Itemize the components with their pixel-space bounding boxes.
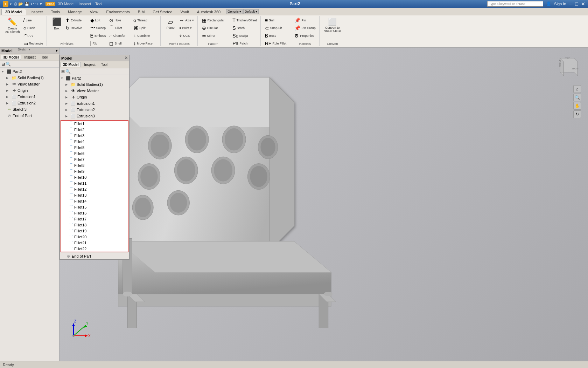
box-button[interactable]: ⬛ Box	[50, 17, 64, 32]
tree-item-solid-bodies[interactable]: ▶ 📁 Solid Bodies(1)	[1, 75, 58, 81]
point-button[interactable]: • Point ▾	[178, 25, 195, 32]
left-tab-inspect[interactable]: Inspect	[22, 55, 38, 60]
orbit-icon[interactable]: ↻	[573, 110, 581, 118]
tab-manage[interactable]: Manage	[64, 9, 86, 15]
rectangle-button[interactable]: ▭ Rectangle	[22, 40, 45, 47]
minimize-btn[interactable]: ─	[569, 1, 573, 7]
emboss-button[interactable]: E Emboss	[89, 32, 107, 39]
fillet-item-9[interactable]: ⌒ Fillet9	[61, 168, 128, 174]
fillet-item-18[interactable]: ⌒ Fillet18	[61, 222, 128, 228]
ribbon-tab-label-tool[interactable]: Tool	[95, 2, 102, 6]
menu-file[interactable]: ▾	[10, 2, 12, 6]
tab-autodesk360[interactable]: Autodesk 360	[193, 9, 224, 15]
fillet-item-6[interactable]: ⌒ Fillet6	[61, 150, 128, 156]
pin-button[interactable]: 📌 Pin	[293, 17, 317, 24]
fillet-item-12[interactable]: ⌒ Fillet12	[61, 186, 128, 192]
fp-tree-item-origin[interactable]: ▶ ✛ Origin	[60, 94, 129, 100]
floating-tab-inspect[interactable]: Inspect	[82, 62, 98, 67]
qa-open[interactable]: 📂	[18, 2, 23, 6]
fillet-item-10[interactable]: ⌒ Fillet10	[61, 174, 128, 180]
ucs-button[interactable]: ⌖ UCS	[178, 32, 195, 39]
tab-bim[interactable]: BIM	[134, 9, 149, 15]
shell-button[interactable]: ◻ Shell	[108, 40, 127, 47]
fillet-item-20[interactable]: ⌒ Fillet20	[61, 234, 128, 240]
fp-tree-item-view-master[interactable]: ▶ 👁 View: Master	[60, 88, 129, 94]
fillet-item-11[interactable]: ⌒ Fillet11	[61, 180, 128, 186]
ribbon-tab-label-3dmodel[interactable]: 3D Model	[58, 2, 75, 6]
floating-panel-close[interactable]: ✕	[125, 56, 128, 60]
left-tab-tool[interactable]: Tool	[39, 55, 50, 60]
viewport[interactable]: Y X Z TOP	[59, 48, 588, 361]
ribbon-tab-label-inspect[interactable]: Inspect	[79, 2, 91, 6]
sign-in-icon[interactable]: 👤	[546, 1, 551, 6]
fillet-item-14[interactable]: ⌒ Fillet14	[61, 198, 128, 204]
hole-button[interactable]: ⊙ Hole	[108, 17, 127, 24]
move-face-button[interactable]: ↕ Move Face	[132, 40, 158, 47]
default-dropdown[interactable]: Default ▾	[243, 9, 259, 14]
thread-button[interactable]: ⌀ Thread	[132, 17, 158, 24]
grill-button[interactable]: ≡ Grill	[264, 17, 288, 24]
sculpt-button[interactable]: Sc Sculpt	[231, 32, 258, 39]
fp-tree-item-extrusion1[interactable]: ▶ ⬜ Extrusion1	[60, 100, 129, 107]
combine-button[interactable]: + Combine	[132, 32, 158, 39]
pin-group-button[interactable]: 📌 Pin Group	[293, 25, 317, 32]
floating-panel-titlebar[interactable]: Model ✕	[60, 55, 129, 61]
split-button[interactable]: ⌘ Split	[132, 25, 158, 32]
revolve-button[interactable]: ↻ Revolve	[64, 25, 84, 32]
convert-sheet-metal-button[interactable]: ⬜ Convert toSheet Metal	[322, 17, 343, 34]
fillet-item-4[interactable]: ⌒ Fillet4	[61, 138, 128, 144]
loft-button[interactable]: ◆ Loft	[89, 17, 107, 24]
qa-undo[interactable]: ↩	[31, 2, 34, 6]
fillet-item-5[interactable]: ⌒ Fillet5	[61, 144, 128, 150]
rib-button[interactable]: | Rib	[89, 40, 107, 47]
floating-tab-tool[interactable]: Tool	[99, 62, 110, 67]
close-btn[interactable]: ✕	[581, 1, 585, 7]
qa-more[interactable]: ▾	[40, 2, 42, 6]
thicken-offset-button[interactable]: T Thicken/Offset	[231, 17, 258, 24]
zoom-icon[interactable]: 🔍	[573, 94, 581, 101]
tab-tools[interactable]: Tools	[47, 9, 64, 15]
maximize-btn[interactable]: □	[575, 1, 578, 7]
tree-item-extrusion2[interactable]: ▶ ⬜ Extrusion2	[1, 100, 58, 106]
create-2d-sketch-button[interactable]: ✏️ Create2D Sketch	[4, 17, 22, 35]
mirror-button[interactable]: ⇔ Mirror	[201, 32, 226, 39]
fillet-button[interactable]: ⌒ Fillet	[108, 25, 127, 32]
fp-tree-item-solid-bodies[interactable]: ▶ 📁 Solid Bodies(1)	[60, 81, 129, 88]
tab-view[interactable]: View	[86, 9, 102, 15]
fillet-item-8[interactable]: ⌒ Fillet8	[61, 162, 128, 168]
fillet-item-2[interactable]: ⌒ Fillet2	[61, 127, 128, 132]
tab-environments[interactable]: Environments	[102, 9, 133, 15]
floating-filter-icon[interactable]: ⊟	[61, 69, 65, 74]
filter-icon[interactable]: ⊟	[1, 62, 5, 67]
rectangular-button[interactable]: ▦ Rectangular	[201, 17, 226, 24]
arc-button[interactable]: ◠ Arc	[22, 32, 45, 39]
fp-tree-item-part2[interactable]: ▼ ⬛ Part2	[60, 75, 129, 81]
qa-save[interactable]: 💾	[24, 2, 29, 6]
circular-button[interactable]: ⊛ Circular	[201, 25, 226, 32]
floating-inspect-icon[interactable]: 🔍	[65, 69, 71, 74]
tree-item-view-master[interactable]: ▶ 👁 View: Master	[1, 81, 58, 87]
generic-dropdown[interactable]: Generic ▾	[226, 9, 243, 14]
fp-tree-item-extrusion3[interactable]: ▶ ⬜ Extrusion3	[60, 113, 129, 119]
qa-redo[interactable]: ↪	[35, 2, 38, 6]
fp-tree-item-extrusion2[interactable]: ▶ ⬜ Extrusion2	[60, 107, 129, 113]
pan-icon[interactable]: ✋	[573, 102, 581, 110]
fillet-item-3[interactable]: ⌒ Fillet3	[61, 132, 128, 138]
floating-tab-3dmodel[interactable]: 3D Model	[61, 62, 81, 67]
stitch-button[interactable]: S Stitch	[231, 25, 258, 32]
zoom-extents-icon[interactable]: ⌂	[573, 85, 581, 93]
snap-fit-button[interactable]: ⊂ Snap Fit	[264, 25, 288, 32]
fillet-item-22[interactable]: ⌒ Fillet22	[61, 246, 128, 252]
left-panel-expand[interactable]: ▾	[56, 48, 58, 53]
tab-vault[interactable]: Vault	[177, 9, 193, 15]
fillet-item-17[interactable]: ⌒ Fillet17	[61, 216, 128, 222]
tab-inspect[interactable]: Inspect	[27, 9, 47, 15]
sign-in-label[interactable]: Sign In	[554, 2, 566, 6]
fillet-item-15[interactable]: ⌒ Fillet15	[61, 204, 128, 210]
fillet-item-16[interactable]: ⌒ Fillet16	[61, 210, 128, 216]
chamfer-button[interactable]: ⌐ Chamfer	[108, 32, 127, 39]
fillet-item-19[interactable]: ⌒ Fillet19	[61, 228, 128, 234]
search-bar[interactable]: Type a keyword or phrase	[487, 1, 543, 7]
tree-item-extrusion1[interactable]: ▶ ⬜ Extrusion1	[1, 94, 58, 100]
plane-button[interactable]: ▱ Plane	[163, 17, 177, 31]
